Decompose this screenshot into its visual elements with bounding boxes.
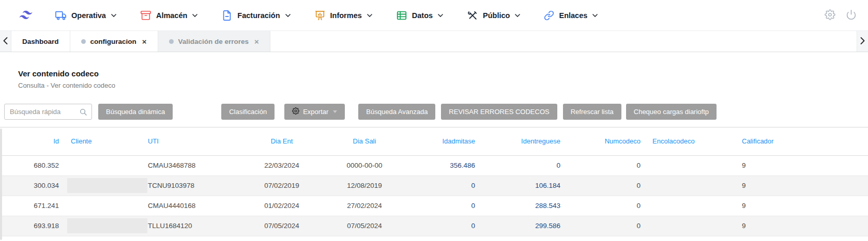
- nav-item-informes[interactable]: Informes: [314, 10, 372, 21]
- column-header-encolacodeco[interactable]: Encolacodeco: [644, 127, 734, 155]
- cell-uti: CMAU3468788: [147, 155, 235, 175]
- cell-dia-sali: 12/08/2019: [328, 175, 401, 196]
- advanced-search-button[interactable]: Búsqueda Avanzada: [358, 104, 435, 120]
- review-codec-errors-button[interactable]: REVISAR ERRORES CODECOS: [441, 104, 557, 120]
- cell-uti: TCNU9103978: [147, 175, 235, 196]
- nav-item-facturacion[interactable]: Facturación: [221, 10, 290, 21]
- cell-dia-ent: 07/02/2019: [235, 175, 328, 196]
- cell-identreguese: 299.586: [478, 216, 564, 236]
- redacted-value: [67, 178, 147, 193]
- chevron-down-icon: [438, 14, 443, 17]
- cell-numcodeco: 0: [564, 216, 644, 236]
- quick-search-input[interactable]: [5, 104, 92, 119]
- cell-cliente: [62, 175, 147, 196]
- column-header-cliente[interactable]: Cliente: [62, 127, 147, 155]
- truck-icon: [55, 10, 67, 21]
- nav-item-datos[interactable]: Datos: [396, 10, 443, 21]
- cell-calificador: 9: [734, 175, 868, 196]
- classification-button[interactable]: Clasificación: [221, 104, 275, 120]
- column-header-idadmitase[interactable]: Idadmitase: [401, 127, 478, 155]
- logout-button[interactable]: [845, 8, 858, 23]
- chevron-down-icon: [111, 14, 116, 17]
- export-button[interactable]: Exportar: [284, 104, 345, 120]
- redacted-value: [67, 218, 147, 233]
- page-title: Ver contenido codeco: [18, 69, 868, 78]
- table-row[interactable]: 671.241 CMAU4440168 01/02/2024 27/02/202…: [0, 196, 868, 216]
- column-header-id[interactable]: Id: [0, 127, 62, 155]
- gear-icon: [292, 107, 299, 116]
- app-logo-icon[interactable]: [18, 8, 34, 23]
- cell-calificador: 9: [734, 155, 868, 175]
- tab-label: Validación de errores: [178, 38, 249, 45]
- cell-calificador: 9: [734, 196, 868, 216]
- power-icon: [846, 9, 857, 22]
- cell-encolacodeco: [644, 216, 734, 236]
- column-header-dia-sali[interactable]: Dia Sali: [328, 127, 401, 155]
- cell-cliente: [62, 196, 147, 216]
- cell-cliente: [62, 216, 147, 236]
- table-row[interactable]: 680.352 CMAU3468788 22/03/2024 0000-00-0…: [0, 155, 868, 175]
- refresh-list-button[interactable]: Refrescar lista: [563, 104, 621, 120]
- vertical-scrollbar[interactable]: [0, 128, 2, 240]
- nav-item-label: Público: [483, 11, 510, 20]
- nav-item-enlaces[interactable]: Enlaces: [544, 10, 598, 21]
- column-header-calificador[interactable]: Calificador: [734, 127, 868, 155]
- cell-uti: TLLU1684120: [147, 216, 235, 236]
- table-row[interactable]: 300.034 TCNU9103978 07/02/2019 12/08/201…: [0, 175, 868, 196]
- tab-configuracion[interactable]: configuracion ×: [70, 31, 158, 52]
- settings-button[interactable]: [824, 8, 836, 23]
- cell-idadmitase: 0: [401, 216, 478, 236]
- tabs-scroll-right-button[interactable]: [857, 31, 868, 52]
- results-table: Id Cliente UTI Dia Ent Dia Sali Idadmita…: [0, 127, 868, 236]
- cell-cliente: [62, 155, 147, 175]
- tab-label: Dashboard: [22, 38, 59, 45]
- tab-label: configuracion: [90, 38, 136, 45]
- cell-idadmitase: 0: [401, 175, 478, 196]
- column-header-identreguese[interactable]: Identreguese: [478, 127, 564, 155]
- nav-item-almacen[interactable]: Almacén: [140, 10, 197, 21]
- table-row[interactable]: 693.918 TLLU1684120 07/05/2024 07/05/202…: [0, 216, 868, 236]
- main-content: Ver contenido codeco Consulta - Ver cont…: [0, 52, 868, 236]
- tab-dot-icon: [81, 39, 86, 44]
- chevron-down-icon: [285, 14, 291, 17]
- close-icon[interactable]: ×: [254, 38, 259, 45]
- cell-numcodeco: 0: [564, 175, 644, 196]
- dynamic-search-button[interactable]: Búsqueda dinámica: [98, 104, 173, 120]
- archive-box-icon: [140, 10, 151, 21]
- nav-item-label: Almacén: [156, 11, 187, 20]
- cell-calificador: 9: [734, 216, 868, 236]
- nav-item-publico[interactable]: Público: [467, 10, 520, 21]
- nav-item-operativa[interactable]: Operativa: [55, 10, 116, 21]
- cell-encolacodeco: [644, 175, 734, 196]
- chevron-down-icon: [333, 110, 337, 113]
- nav-item-label: Facturación: [237, 11, 280, 20]
- tab-validacion-de-errores[interactable]: Validación de errores ×: [158, 31, 270, 52]
- column-header-uti[interactable]: UTI: [147, 127, 235, 155]
- cell-dia-ent: 01/02/2024: [235, 196, 328, 216]
- cell-idadmitase: 0: [401, 196, 478, 216]
- close-icon[interactable]: ×: [142, 38, 147, 45]
- top-navbar: Operativa Almacén Facturación: [0, 0, 868, 31]
- cell-identreguese: 288.543: [478, 196, 564, 216]
- nav-item-label: Datos: [412, 11, 433, 20]
- data-table-icon: [396, 10, 407, 21]
- cell-uti: CMAU4440168: [147, 196, 235, 216]
- invoice-document-icon: [221, 10, 233, 21]
- tabs-scroll-left-button[interactable]: [0, 31, 11, 52]
- tab-dot-icon: [169, 39, 174, 44]
- column-header-dia-ent[interactable]: Dia Ent: [235, 127, 328, 155]
- cell-identreguese: 106.184: [478, 175, 564, 196]
- chevron-right-icon: [860, 37, 865, 46]
- cell-dia-sali: 07/05/2024: [328, 216, 401, 236]
- navbar-actions: [824, 8, 858, 23]
- cell-idadmitase: 356.486: [401, 155, 478, 175]
- cell-dia-sali: 0000-00-00: [328, 155, 401, 175]
- tab-dashboard[interactable]: Dashboard: [11, 31, 70, 52]
- page-header: Ver contenido codeco Consulta - Ver cont…: [0, 52, 868, 89]
- cell-dia-ent: 07/05/2024: [235, 216, 328, 236]
- column-header-numcodeco[interactable]: Numcodeco: [564, 127, 644, 155]
- nav-item-label: Informes: [330, 11, 362, 20]
- cell-id: 300.034: [0, 175, 62, 196]
- check-daily-ftp-loads-button[interactable]: Chequeo cargas diarioftp: [626, 104, 717, 120]
- cell-id: 693.918: [0, 216, 62, 236]
